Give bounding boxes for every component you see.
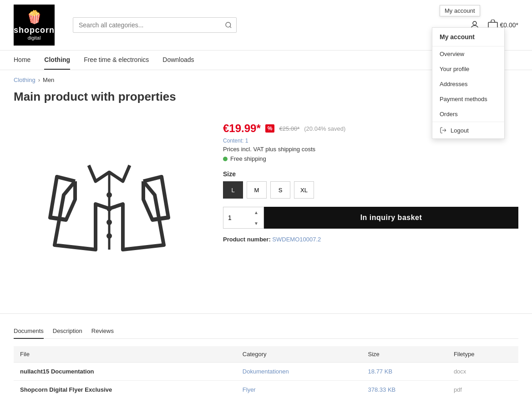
account-dropdown: My account Overview Your profile Address… bbox=[432, 27, 505, 139]
doc-category-0[interactable]: Dokumentationen bbox=[243, 368, 289, 375]
quantity-input-wrapper: ▲ ▼ bbox=[223, 207, 264, 229]
logo-icon: 🍿 bbox=[26, 10, 42, 25]
breadcrumb-link-clothing[interactable]: Clothing bbox=[14, 77, 35, 83]
doc-category-1[interactable]: Flyer bbox=[243, 386, 256, 393]
logo-sub: digital bbox=[28, 35, 41, 41]
tab-description[interactable]: Description bbox=[53, 323, 82, 339]
myaccount-tooltip: My account bbox=[440, 5, 480, 16]
logout-label: Logout bbox=[451, 127, 469, 134]
shipping-text: Prices incl. VAT plus shipping costs bbox=[223, 146, 315, 153]
svg-point-8 bbox=[106, 220, 112, 225]
product-image-section bbox=[14, 118, 205, 291]
account-payment-item[interactable]: Payment methods bbox=[432, 92, 504, 107]
account-overview-item[interactable]: Overview bbox=[432, 46, 504, 61]
breadcrumb-current: Men bbox=[43, 77, 54, 83]
size-btn-xl[interactable]: XL bbox=[294, 181, 314, 199]
size-label: Size bbox=[223, 170, 518, 178]
free-shipping-text: Free shipping bbox=[230, 155, 266, 162]
table-header-filetype: Filetype bbox=[447, 346, 518, 363]
basket-row: ▲ ▼ In inquiry basket bbox=[223, 207, 518, 229]
tab-documents[interactable]: Documents bbox=[14, 323, 44, 339]
nav-item-home[interactable]: Home bbox=[14, 51, 30, 70]
tabs: Documents Description Reviews bbox=[14, 323, 518, 339]
size-options: L M S XL bbox=[223, 181, 518, 199]
search-button[interactable] bbox=[220, 17, 237, 33]
product-number: Product number: SWDEMO10007.2 bbox=[223, 236, 518, 243]
table-row: nullacht15 Documentation Dokumentationen… bbox=[14, 363, 518, 381]
doc-filetype-1: pdf bbox=[454, 386, 462, 393]
nav-item-clothing[interactable]: Clothing bbox=[44, 51, 70, 70]
quantity-down-button[interactable]: ▼ bbox=[253, 218, 259, 229]
nav-item-free-time[interactable]: Free time & electronics bbox=[84, 51, 149, 70]
quantity-up-button[interactable]: ▲ bbox=[253, 207, 259, 218]
logout-icon bbox=[440, 127, 447, 134]
size-btn-s[interactable]: S bbox=[270, 181, 290, 199]
doc-name-1[interactable]: Shopcorn Digital Flyer Exclusive bbox=[20, 386, 112, 393]
product-info-section: €19.99* % €25.00* (20.04% saved) Content… bbox=[223, 118, 518, 291]
free-shipping-dot bbox=[223, 157, 228, 161]
header: 🍿 shopcorn digital My account €0.00* bbox=[0, 0, 532, 51]
doc-size-0: 18.77 KB bbox=[368, 368, 393, 375]
documents-table: File Category Size Filetype nullacht15 D… bbox=[14, 346, 518, 399]
quantity-field[interactable] bbox=[228, 207, 253, 228]
nav-item-downloads[interactable]: Downloads bbox=[162, 51, 194, 70]
doc-name-0[interactable]: nullacht15 Documentation bbox=[20, 368, 94, 375]
svg-point-9 bbox=[106, 233, 112, 239]
size-btn-m[interactable]: M bbox=[247, 181, 267, 199]
tab-reviews[interactable]: Reviews bbox=[91, 323, 114, 339]
quantity-stepper[interactable]: ▲ ▼ bbox=[253, 207, 259, 229]
product-image bbox=[14, 118, 205, 291]
table-header-category: Category bbox=[236, 346, 362, 363]
svg-line-1 bbox=[230, 26, 231, 28]
table-header-file: File bbox=[14, 346, 236, 363]
account-addresses-item[interactable]: Addresses bbox=[432, 77, 504, 92]
price-original: €25.00* bbox=[279, 125, 299, 132]
price-badge: % bbox=[265, 124, 275, 133]
product-number-value: SWDEMO10007.2 bbox=[272, 236, 321, 243]
svg-point-0 bbox=[226, 22, 231, 27]
doc-filetype-0: docx bbox=[454, 368, 466, 375]
table-header-size: Size bbox=[362, 346, 447, 363]
product-jacket-image bbox=[41, 136, 177, 272]
doc-size-1: 378.33 KB bbox=[368, 386, 396, 393]
svg-point-2 bbox=[473, 21, 476, 25]
price-current: €19.99* bbox=[223, 122, 261, 135]
logo-name: shopcorn bbox=[14, 26, 55, 35]
price-saved: (20.04% saved) bbox=[304, 125, 345, 132]
svg-point-7 bbox=[106, 206, 112, 211]
table-row: Shopcorn Digital Flyer Exclusive Flyer 3… bbox=[14, 381, 518, 399]
tabs-section: Documents Description Reviews File Categ… bbox=[0, 313, 532, 399]
logo[interactable]: 🍿 shopcorn digital bbox=[14, 5, 55, 46]
breadcrumb-separator: › bbox=[38, 77, 40, 83]
account-logout-item[interactable]: Logout bbox=[432, 122, 504, 138]
search-icon bbox=[225, 21, 232, 29]
product-number-label: Product number: bbox=[223, 236, 271, 243]
account-orders-item[interactable]: Orders bbox=[432, 107, 504, 122]
size-btn-l[interactable]: L bbox=[223, 181, 243, 199]
account-profile-item[interactable]: Your profile bbox=[432, 61, 504, 77]
search-bar bbox=[73, 17, 237, 33]
search-input[interactable] bbox=[73, 17, 237, 33]
account-dropdown-title: My account bbox=[432, 28, 504, 46]
shipping-info: Prices incl. VAT plus shipping costs bbox=[223, 146, 518, 153]
add-to-basket-button[interactable]: In inquiry basket bbox=[264, 207, 518, 229]
svg-point-6 bbox=[106, 192, 112, 198]
main-content: €19.99* % €25.00* (20.04% saved) Content… bbox=[0, 113, 532, 304]
free-shipping: Free shipping bbox=[223, 155, 518, 162]
